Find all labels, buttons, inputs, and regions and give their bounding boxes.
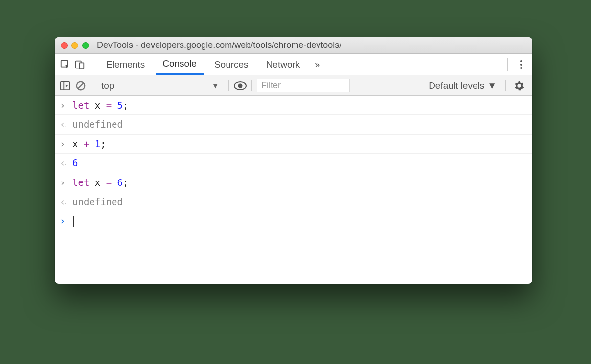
toggle-console-sidebar-icon[interactable] [60, 81, 70, 91]
separator [251, 80, 252, 91]
log-levels-label: Default levels [429, 80, 484, 91]
svg-point-5 [520, 67, 522, 69]
console-row: ‹·undefined [55, 192, 532, 211]
separator [91, 80, 91, 91]
separator [92, 58, 92, 71]
svg-point-3 [520, 60, 522, 62]
svg-point-11 [238, 83, 243, 88]
chevron-down-icon: ▼ [487, 80, 497, 91]
kebab-menu-icon[interactable] [515, 59, 527, 70]
console-row: ‹·undefined [55, 115, 532, 134]
console-output-line: undefined [72, 194, 123, 209]
console-output-line: 6 [72, 156, 78, 170]
console-prompt-row[interactable]: › [55, 211, 532, 230]
filter-placeholder: Filter [261, 80, 281, 91]
devtools-tabbar: Elements Console Sources Network » [55, 54, 532, 75]
console-row: ‹·6 [55, 154, 532, 173]
console-row: ›let x = 5; [55, 96, 532, 115]
window-close-button[interactable] [61, 42, 68, 49]
window-minimize-button[interactable] [71, 42, 78, 49]
window-title: DevTools - developers.google.com/web/too… [97, 40, 341, 50]
live-expression-icon[interactable] [234, 81, 247, 90]
output-chevron-icon: ‹· [60, 156, 72, 170]
console-input-line: x + 1; [72, 136, 106, 151]
svg-rect-2 [79, 63, 84, 69]
tab-elements[interactable]: Elements [99, 54, 152, 75]
console-input-line: let x = 6; [72, 175, 128, 190]
input-chevron-icon: › [60, 175, 72, 190]
inspect-element-icon[interactable] [60, 59, 70, 70]
console-row: ›x + 1; [55, 135, 532, 154]
svg-line-9 [78, 83, 84, 88]
console-row: ›let x = 6; [55, 173, 532, 192]
more-tabs-icon[interactable]: » [311, 59, 324, 70]
devtools-window: DevTools - developers.google.com/web/too… [55, 37, 532, 284]
input-chevron-icon: › [60, 136, 72, 151]
filter-input[interactable]: Filter [257, 79, 350, 92]
console-prompt-input[interactable] [72, 213, 74, 228]
input-chevron-icon: › [60, 98, 72, 113]
context-selector[interactable]: top ▼ [96, 80, 224, 91]
console-settings-icon[interactable] [511, 80, 527, 91]
output-chevron-icon: ‹· [60, 117, 72, 132]
tab-console[interactable]: Console [156, 54, 204, 75]
device-toggle-icon[interactable] [74, 59, 85, 70]
console-output: ›let x = 5;‹·undefined›x + 1;‹·6›let x =… [55, 96, 532, 284]
clear-console-icon[interactable] [75, 80, 86, 91]
chevron-down-icon: ▼ [212, 82, 219, 90]
svg-rect-6 [61, 81, 69, 89]
output-chevron-icon: ‹· [60, 194, 72, 209]
console-toolbar: top ▼ Filter Default levels ▼ [55, 75, 532, 96]
window-zoom-button[interactable] [82, 42, 89, 49]
console-input-line: let x = 5; [72, 98, 128, 113]
context-selector-label: top [101, 80, 114, 91]
separator [505, 80, 506, 91]
log-levels-selector[interactable]: Default levels ▼ [425, 80, 500, 91]
tab-network[interactable]: Network [259, 54, 307, 75]
svg-point-4 [520, 64, 522, 66]
titlebar: DevTools - developers.google.com/web/too… [55, 37, 532, 54]
console-output-line: undefined [72, 117, 123, 132]
separator [507, 58, 508, 71]
separator [228, 80, 229, 91]
tab-sources[interactable]: Sources [207, 54, 255, 75]
prompt-chevron-icon: › [60, 213, 72, 228]
